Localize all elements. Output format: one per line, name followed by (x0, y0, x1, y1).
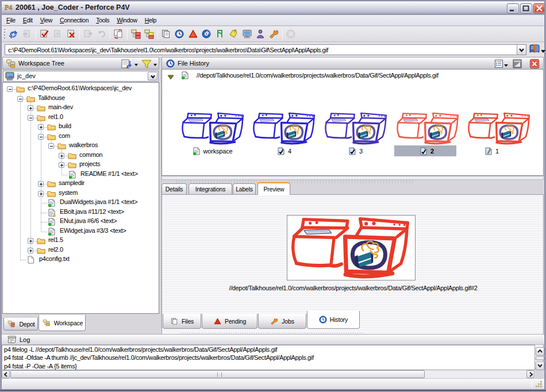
svg-text:P4: P4 (5, 3, 12, 11)
